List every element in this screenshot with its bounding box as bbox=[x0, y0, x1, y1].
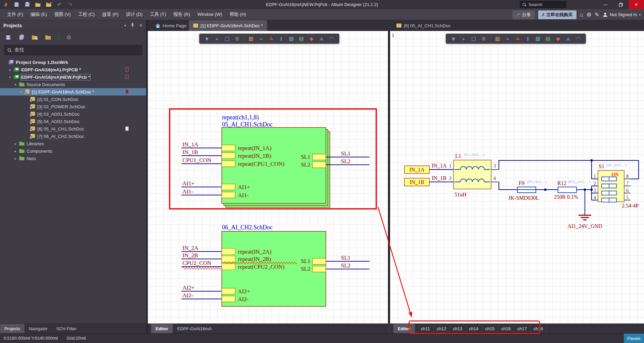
svg-text:IN_1B: IN_1B bbox=[410, 179, 424, 185]
open-document-icon[interactable] bbox=[35, 2, 41, 8]
channel-tab-ch12[interactable]: ch12 bbox=[434, 324, 450, 333]
net-label-in-1a[interactable]: IN_1A bbox=[432, 163, 447, 168]
channel-tab-ch15[interactable]: ch15 bbox=[482, 324, 498, 333]
menu-item-8[interactable]: Window (W) bbox=[194, 10, 226, 18]
tab-home-page[interactable]: Home Page bbox=[151, 20, 191, 31]
panel-menu-chevron-icon[interactable]: ▾ bbox=[124, 24, 126, 27]
tree-item-11[interactable]: ▸Libraries bbox=[0, 140, 146, 147]
sheet1-repeat-directive[interactable]: repeat(ch1,1,8) bbox=[222, 114, 259, 121]
panel-pin-icon[interactable] bbox=[131, 23, 134, 28]
channel-tab-ch14[interactable]: ch14 bbox=[466, 324, 482, 333]
open-project-icon[interactable] bbox=[46, 2, 52, 8]
save-icon[interactable] bbox=[13, 2, 19, 8]
buy-online-button[interactable]: ∂立即在线购买 bbox=[538, 10, 576, 19]
home-icon[interactable]: ⌂ bbox=[580, 12, 583, 18]
tree-expand-arrow-icon[interactable]: ▾ bbox=[13, 83, 17, 86]
tree-expand-arrow-icon[interactable]: ▾ bbox=[8, 75, 12, 79]
editor-tab[interactable]: Editor bbox=[151, 324, 173, 333]
channel-tab-ch13[interactable]: ch13 bbox=[450, 324, 466, 333]
tab-edpf-gnai16ma-schdoc[interactable]: [1] EDPF-GnAI16mA.SchDoc * bbox=[189, 20, 267, 31]
sign-in-menu[interactable]: Not Signed In▾ bbox=[603, 12, 641, 17]
maximize-button[interactable] bbox=[613, 0, 629, 9]
share-button[interactable]: ↗分享 bbox=[512, 10, 535, 19]
svg-text:AI2+: AI2+ bbox=[182, 284, 195, 291]
tree-item-10[interactable]: [7] 06_AI_CH2.SchDoc bbox=[0, 132, 146, 140]
main-schematic-drawing[interactable]: repeat(ch1,1,8) 05_AI_CH1.SchDoc IN_1A I… bbox=[148, 31, 388, 323]
svg-text:JK-SMD030L: JK-SMD030L bbox=[508, 195, 539, 201]
channel-tab-ch18[interactable]: ch18 bbox=[530, 324, 547, 333]
projects-search-input[interactable]: 查找 bbox=[4, 45, 142, 55]
close-button[interactable]: ✕ bbox=[629, 0, 644, 9]
menu-item-0[interactable]: 文件 (F) bbox=[3, 10, 27, 18]
customize-pen-icon[interactable]: ✎ bbox=[595, 11, 599, 18]
panel-tab-projects[interactable]: Projects bbox=[0, 324, 25, 333]
menu-item-4[interactable]: 放置 (P) bbox=[98, 10, 122, 18]
tree-item-label: [5] 04_AD02.SchDoc bbox=[37, 119, 80, 124]
panels-button[interactable]: Panels bbox=[624, 334, 644, 343]
menu-item-7[interactable]: 报告 (R) bbox=[170, 10, 194, 18]
menu-item-9[interactable]: 帮助 (H) bbox=[226, 10, 250, 18]
channel-tab-ch11[interactable]: ch11 bbox=[418, 324, 434, 333]
sheet1-filename[interactable]: 05_AI_CH1.SchDoc bbox=[222, 121, 273, 128]
menu-item-3[interactable]: 工程 (C) bbox=[75, 10, 99, 18]
schematic-canvas-ch1[interactable]: ▼+▢≣▥≈╧‖▧▤◆A◠ 1 IN_1A IN_1B IN_1A 1 IN_1… bbox=[390, 31, 644, 323]
channel-tab-ch16[interactable]: ch16 bbox=[498, 324, 514, 333]
port-in-1a[interactable]: IN_1A bbox=[404, 166, 429, 174]
panel-tab-navigator[interactable]: Navigator bbox=[25, 324, 52, 333]
settings-gear-icon[interactable]: ⚙ bbox=[587, 11, 591, 18]
component-l1-inductor[interactable]: L1 (L1_ch11, ...) 51uH bbox=[454, 152, 491, 197]
bottom-bar-main: Editor EDPF-GnAI16mA bbox=[148, 323, 388, 333]
minimize-button[interactable]: — bbox=[598, 0, 613, 9]
component-f9-fuse[interactable]: F9 (F9_ch11, ...) JK-SMD030L bbox=[508, 180, 547, 201]
port-in-1b[interactable]: IN_1B bbox=[404, 178, 429, 186]
tree-expand-arrow-icon[interactable]: ▸ bbox=[13, 157, 17, 160]
sheet1-left-nets[interactable]: IN_1A IN_1B CPU1_CON repeat(IN_1A) repea… bbox=[181, 141, 285, 167]
tree-item-12[interactable]: ▸Components bbox=[0, 147, 146, 155]
tree-item-4[interactable]: ▾[1] EDPF-GnAI16mA.SchDoc * bbox=[0, 88, 146, 96]
schematic-canvas-main[interactable]: ▼+▢≣▥≈╧‖▧▤◆A◠ repeat(ch1,1,8) 05_AI_CH1.… bbox=[148, 31, 388, 323]
sheet2-left-nets[interactable]: IN_2A IN_2B CPU2_CON repeat(IN_2A) repea… bbox=[181, 245, 285, 270]
tree-item-6[interactable]: [3] 02_POWER.SchDoc bbox=[0, 103, 146, 110]
tree-item-label: Components bbox=[27, 149, 52, 154]
projects-panel-title: Projects bbox=[3, 23, 124, 28]
tree-expand-arrow-icon[interactable]: ▸ bbox=[8, 68, 12, 72]
panel-close-icon[interactable]: ✕ bbox=[139, 23, 143, 28]
ch1-schematic-drawing[interactable]: 1 IN_1A IN_1B IN_1A 1 IN_1B 2 L1 bbox=[390, 31, 644, 323]
net-label-in-1b[interactable]: IN_1B bbox=[432, 175, 446, 181]
panel-tab-sch-filter[interactable]: SCH Filter bbox=[52, 324, 81, 333]
tree-item-7[interactable]: [4] 03_AD01.SchDoc bbox=[0, 110, 146, 118]
compile-documents-icon[interactable] bbox=[18, 34, 25, 41]
tree-item-8[interactable]: [5] 04_AD02.SchDoc bbox=[0, 118, 146, 125]
undo-icon[interactable]: ↶ bbox=[56, 2, 62, 8]
tree-item-9[interactable]: [6] 05_AI_CH1.SchDoc bbox=[0, 125, 146, 132]
menu-item-2[interactable]: 视图 (V) bbox=[51, 10, 75, 18]
redo-icon[interactable]: ↷ bbox=[67, 2, 73, 8]
component-s1-dip-switch[interactable]: ON 1 2 3 4 8 7 6 5 S1 (S1_ch11, ...) 2.5… bbox=[594, 163, 639, 208]
svg-text:SL1: SL1 bbox=[341, 150, 350, 157]
tree-expand-arrow-icon[interactable]: ▸ bbox=[13, 149, 17, 153]
menu-item-6[interactable]: 工具 (T) bbox=[146, 10, 170, 18]
channel-tab-ch17[interactable]: ch17 bbox=[514, 324, 530, 333]
tree-item-13[interactable]: ▸Nets bbox=[0, 155, 146, 162]
save-all-icon[interactable] bbox=[24, 2, 30, 8]
folder-settings-icon[interactable] bbox=[45, 34, 52, 41]
tree-expand-arrow-icon[interactable]: ▸ bbox=[13, 142, 17, 146]
global-search-input[interactable]: Search bbox=[520, 1, 566, 8]
panel-settings-gear-icon[interactable]: ⚙ bbox=[66, 34, 72, 41]
tree-item-0[interactable]: Project Group 1.DsnWrk bbox=[0, 59, 146, 66]
editor-tab[interactable]: Editor bbox=[393, 324, 415, 333]
menu-item-5[interactable]: 设计 (D) bbox=[122, 10, 146, 18]
project-icon bbox=[14, 75, 19, 80]
tree-item-5[interactable]: [2] 01_CON.SchDoc bbox=[0, 96, 146, 103]
tree-item-1[interactable]: ▸EDPF-GnAI16(mA).PrjPCB * bbox=[0, 66, 146, 73]
svg-text:7: 7 bbox=[626, 181, 629, 186]
search-folder-icon[interactable] bbox=[32, 34, 38, 41]
sheet2-filename[interactable]: 06_AI_CH2.SchDoc bbox=[222, 224, 273, 231]
save-project-icon[interactable] bbox=[5, 34, 11, 41]
tree-expand-arrow-icon[interactable]: ▾ bbox=[19, 90, 23, 94]
tree-item-3[interactable]: ▾Source Documents bbox=[0, 81, 146, 88]
menu-item-1[interactable]: 编辑 (E) bbox=[27, 10, 51, 18]
tab-05-ai-ch1-schdoc[interactable]: [6] 05_AI_CH1.SchDoc bbox=[392, 20, 455, 31]
bottom-bar-ch1: Editor ch11ch12ch13ch14ch15ch16ch17ch18 bbox=[390, 323, 644, 333]
tree-item-2[interactable]: ▾EDPF-GnAI16(mA)NEW.PrjPcb * bbox=[0, 73, 146, 81]
